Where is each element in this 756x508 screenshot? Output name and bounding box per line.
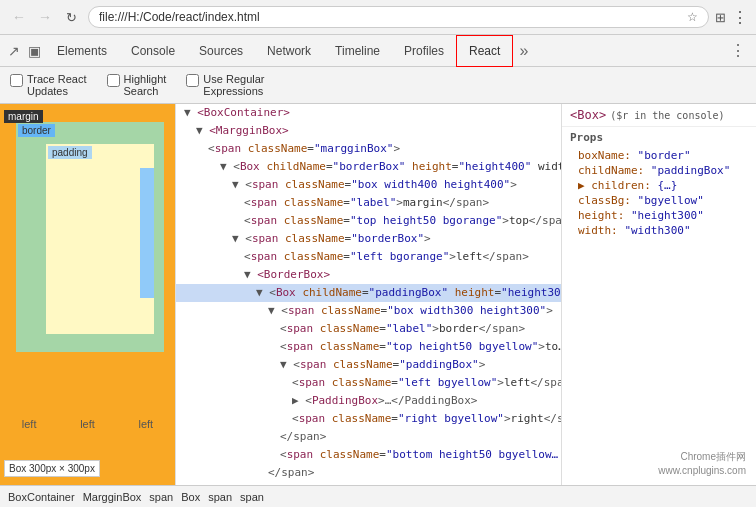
tab-profiles[interactable]: Profiles [392, 35, 456, 67]
devtools-inspect-icon[interactable]: ↗ [4, 39, 24, 63]
back-button[interactable]: ← [8, 6, 30, 28]
border-label: border [18, 124, 55, 137]
html-line[interactable]: <span className="left bgorange">left</sp… [176, 248, 561, 266]
left-labels-row: left left left [0, 418, 175, 430]
bookmark-icon[interactable]: ☆ [687, 10, 698, 24]
visual-panel: margin border padding left left left Box… [0, 104, 175, 485]
extensions-icon[interactable]: ⊞ [715, 10, 726, 25]
html-line[interactable]: </span> [176, 464, 561, 482]
html-line[interactable]: ▼ <span className="box width400 height40… [176, 176, 561, 194]
forward-button[interactable]: → [34, 6, 56, 28]
breadcrumb-box[interactable]: Box [181, 491, 200, 503]
devtools-tabbar: ↗ ▣ Elements Console Sources Network Tim… [0, 35, 756, 67]
devtools-options-bar: Trace ReactUpdates HighlightSearch Use R… [0, 67, 756, 104]
tab-network[interactable]: Network [255, 35, 323, 67]
html-tree-panel[interactable]: ▼ <BoxContainer> ▼ <MargginBox> <span cl… [176, 104, 561, 485]
props-row: height: "height300" [562, 208, 756, 223]
props-row: ▶ children: {…} [562, 178, 756, 193]
padding-visual-box: padding [46, 144, 154, 334]
tab-timeline[interactable]: Timeline [323, 35, 392, 67]
html-line[interactable]: ▼ <MargginBox> [176, 122, 561, 140]
address-text: file:///H:/Code/react/index.html [99, 10, 681, 24]
props-component-name: <Box> [570, 108, 606, 122]
html-line[interactable]: <span className="label">margin</span> [176, 194, 561, 212]
address-icons: ☆ [687, 10, 698, 24]
use-regex-option[interactable]: Use RegularExpressions [186, 73, 264, 97]
props-section-title: Props [562, 127, 756, 148]
border-visual-box: border padding [16, 122, 164, 352]
props-header-row: <Box> ($r in the console) [562, 104, 756, 127]
html-line[interactable]: ▼ <BorderBox> [176, 266, 561, 284]
size-label: Box 300px × 300px [4, 460, 100, 477]
toolbar-icons: ⊞ ⋮ [715, 8, 748, 27]
breadcrumb-span2[interactable]: span [208, 491, 232, 503]
props-row: boxName: "border" [562, 148, 756, 163]
trace-react-option[interactable]: Trace ReactUpdates [10, 73, 87, 97]
devtools-more-button[interactable]: » [513, 38, 534, 64]
tab-react[interactable]: React [456, 35, 513, 67]
html-line-selected[interactable]: ▼ <Box childName="paddingBox" height="he… [176, 284, 561, 302]
props-panel: <Box> ($r in the console) Props boxName:… [561, 104, 756, 485]
watermark-line2: www.cnplugins.com [658, 464, 746, 478]
html-line[interactable]: ▼ <BoxContainer> [176, 104, 561, 122]
breadcrumb-boxcontainer[interactable]: BoxContainer [8, 491, 75, 503]
trace-react-label: Trace ReactUpdates [27, 73, 87, 97]
right-panel: ▼ <BoxContainer> ▼ <MargginBox> <span cl… [175, 104, 756, 485]
html-line[interactable]: <span className="margginBox"> [176, 140, 561, 158]
trace-react-checkbox[interactable] [10, 74, 23, 87]
breadcrumb-margginbox[interactable]: MargginBox [83, 491, 142, 503]
devtools-main-content: margin border padding left left left Box… [0, 104, 756, 485]
watermark-line1: Chrome插件网 [658, 450, 746, 464]
browser-chrome: ← → ↻ file:///H:/Code/react/index.html ☆… [0, 0, 756, 35]
html-line[interactable]: <span className="right bgyellow">right</… [176, 410, 561, 428]
use-regex-label: Use RegularExpressions [203, 73, 264, 97]
devtools-panel: ↗ ▣ Elements Console Sources Network Tim… [0, 35, 756, 507]
breadcrumb-span1[interactable]: span [149, 491, 173, 503]
tab-console[interactable]: Console [119, 35, 187, 67]
html-line[interactable]: <span className="top height50 bgorange">… [176, 212, 561, 230]
padding-label: padding [48, 146, 92, 159]
props-row: childName: "paddingBox" [562, 163, 756, 178]
use-regex-checkbox[interactable] [186, 74, 199, 87]
html-line[interactable]: ▶ <PaddingBox>…</PaddingBox> [176, 392, 561, 410]
html-line[interactable]: ▼ <span className="box width300 height30… [176, 302, 561, 320]
html-line[interactable]: ▼ <Box childName="borderBox" height="hei… [176, 158, 561, 176]
devtools-device-icon[interactable]: ▣ [24, 39, 45, 63]
html-line[interactable]: </span> [176, 428, 561, 446]
html-line[interactable]: ▼ <span className="borderBox"> [176, 230, 561, 248]
highlight-search-option[interactable]: HighlightSearch [107, 73, 167, 97]
inner-visual-box [140, 168, 154, 298]
left-label-3: left [138, 418, 153, 430]
left-label-1: left [22, 418, 37, 430]
left-label-2: left [80, 418, 95, 430]
devtools-options-button[interactable]: ⋮ [724, 37, 752, 64]
breadcrumb-span3[interactable]: span [240, 491, 264, 503]
html-line[interactable]: <span className="left bgyellow">left</sp… [176, 374, 561, 392]
highlight-search-checkbox[interactable] [107, 74, 120, 87]
highlight-search-label: HighlightSearch [124, 73, 167, 97]
props-console-hint: ($r in the console) [610, 110, 724, 121]
reload-button[interactable]: ↻ [60, 6, 82, 28]
html-line[interactable]: <span className="bottom height50 bgyello… [176, 446, 561, 464]
html-line[interactable]: ▼ <span className="paddingBox"> [176, 356, 561, 374]
tab-sources[interactable]: Sources [187, 35, 255, 67]
margin-label: margin [4, 110, 43, 123]
watermark: Chrome插件网 www.cnplugins.com [658, 450, 746, 478]
html-line[interactable]: <span className="label">border</span> [176, 320, 561, 338]
address-bar[interactable]: file:///H:/Code/react/index.html ☆ [88, 6, 709, 28]
browser-toolbar: ← → ↻ file:///H:/Code/react/index.html ☆… [0, 0, 756, 34]
tab-elements[interactable]: Elements [45, 35, 119, 67]
html-line[interactable]: <span className="top height50 bgyellow">… [176, 338, 561, 356]
props-row: classBg: "bgyellow" [562, 193, 756, 208]
props-row: width: "width300" [562, 223, 756, 238]
nav-buttons: ← → ↻ [8, 6, 82, 28]
breadcrumb: BoxContainer MargginBox span Box span sp… [0, 485, 756, 507]
menu-icon[interactable]: ⋮ [732, 8, 748, 27]
